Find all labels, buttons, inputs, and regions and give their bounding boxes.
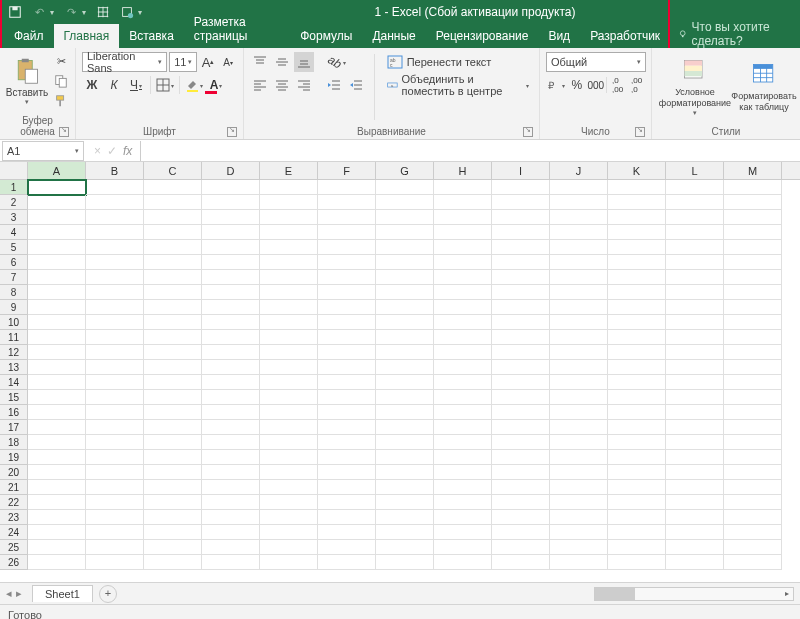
cell[interactable] — [724, 330, 782, 345]
add-sheet-button[interactable]: + — [99, 585, 117, 603]
col-header[interactable]: M — [724, 162, 782, 179]
cell[interactable] — [550, 555, 608, 570]
cell[interactable] — [550, 255, 608, 270]
cell[interactable] — [260, 330, 318, 345]
cell[interactable] — [144, 480, 202, 495]
enter-icon[interactable]: ✓ — [107, 144, 117, 158]
cell[interactable] — [550, 405, 608, 420]
cell[interactable] — [318, 315, 376, 330]
cell[interactable] — [376, 540, 434, 555]
cell[interactable] — [550, 465, 608, 480]
touch-mode-icon[interactable] — [120, 5, 134, 19]
cell[interactable] — [28, 360, 86, 375]
cell[interactable] — [86, 480, 144, 495]
cell[interactable] — [492, 300, 550, 315]
cell[interactable] — [144, 255, 202, 270]
cell[interactable] — [86, 270, 144, 285]
row-header[interactable]: 2 — [0, 195, 28, 210]
cell[interactable] — [608, 345, 666, 360]
cell[interactable] — [318, 375, 376, 390]
cell[interactable] — [202, 375, 260, 390]
align-bottom-icon[interactable] — [294, 52, 314, 72]
cell[interactable] — [608, 405, 666, 420]
cell[interactable] — [608, 210, 666, 225]
cell[interactable] — [666, 255, 724, 270]
cell[interactable] — [550, 495, 608, 510]
cell[interactable] — [492, 480, 550, 495]
cell[interactable] — [434, 405, 492, 420]
cell[interactable] — [202, 495, 260, 510]
cell[interactable] — [144, 240, 202, 255]
cell[interactable] — [202, 405, 260, 420]
cell[interactable] — [144, 525, 202, 540]
cell[interactable] — [144, 465, 202, 480]
cell[interactable] — [318, 270, 376, 285]
cell[interactable] — [492, 195, 550, 210]
row-header[interactable]: 25 — [0, 540, 28, 555]
cell[interactable] — [666, 360, 724, 375]
cell[interactable] — [434, 285, 492, 300]
col-header[interactable]: E — [260, 162, 318, 179]
col-header[interactable]: B — [86, 162, 144, 179]
cell[interactable] — [86, 255, 144, 270]
cell[interactable] — [434, 420, 492, 435]
cell[interactable] — [376, 450, 434, 465]
cell[interactable] — [666, 525, 724, 540]
cell[interactable] — [492, 225, 550, 240]
horizontal-scrollbar[interactable]: ◂ ▸ — [594, 587, 794, 601]
fx-icon[interactable]: fx — [123, 144, 132, 158]
cell[interactable] — [202, 225, 260, 240]
spreadsheet-grid[interactable]: ABCDEFGHIJKLM 12345678910111213141516171… — [0, 162, 800, 582]
tab-разработчик[interactable]: Разработчик — [580, 24, 670, 48]
cell[interactable] — [202, 420, 260, 435]
cell[interactable] — [724, 225, 782, 240]
cell[interactable] — [724, 345, 782, 360]
cancel-icon[interactable]: × — [94, 144, 101, 158]
row-header[interactable]: 24 — [0, 525, 28, 540]
format-as-table-button[interactable]: Форматировать как таблицу — [734, 50, 794, 124]
cell[interactable] — [202, 270, 260, 285]
cell[interactable] — [434, 255, 492, 270]
cell[interactable] — [376, 390, 434, 405]
cell[interactable] — [724, 210, 782, 225]
cell[interactable] — [86, 375, 144, 390]
cell[interactable] — [86, 420, 144, 435]
cell[interactable] — [550, 525, 608, 540]
cell[interactable] — [318, 300, 376, 315]
cell[interactable] — [666, 210, 724, 225]
cell[interactable] — [144, 345, 202, 360]
cell[interactable] — [318, 495, 376, 510]
row-header[interactable]: 16 — [0, 405, 28, 420]
cell[interactable] — [376, 480, 434, 495]
cell[interactable] — [376, 210, 434, 225]
cell[interactable] — [492, 510, 550, 525]
cell[interactable] — [434, 525, 492, 540]
cell[interactable] — [144, 450, 202, 465]
cell[interactable] — [434, 210, 492, 225]
cell[interactable] — [86, 240, 144, 255]
format-painter-icon[interactable] — [52, 92, 70, 110]
cell[interactable] — [144, 390, 202, 405]
cell[interactable] — [608, 360, 666, 375]
cell[interactable] — [550, 315, 608, 330]
cell[interactable] — [86, 210, 144, 225]
tab-рецензирование[interactable]: Рецензирование — [426, 24, 539, 48]
cell[interactable] — [492, 240, 550, 255]
cell[interactable] — [86, 195, 144, 210]
cell[interactable] — [666, 480, 724, 495]
font-name-combo[interactable]: Liberation Sans▾ — [82, 52, 167, 72]
cell[interactable] — [260, 240, 318, 255]
row-header[interactable]: 7 — [0, 270, 28, 285]
cell[interactable] — [608, 390, 666, 405]
cell[interactable] — [550, 450, 608, 465]
cell[interactable] — [28, 465, 86, 480]
cell[interactable] — [260, 345, 318, 360]
wrap-text-button[interactable]: abc Перенести текст — [383, 52, 533, 72]
row-header[interactable]: 10 — [0, 315, 28, 330]
cell[interactable] — [28, 345, 86, 360]
cell[interactable] — [144, 510, 202, 525]
cell[interactable] — [28, 480, 86, 495]
cell[interactable] — [86, 525, 144, 540]
col-header[interactable]: H — [434, 162, 492, 179]
col-header[interactable]: C — [144, 162, 202, 179]
